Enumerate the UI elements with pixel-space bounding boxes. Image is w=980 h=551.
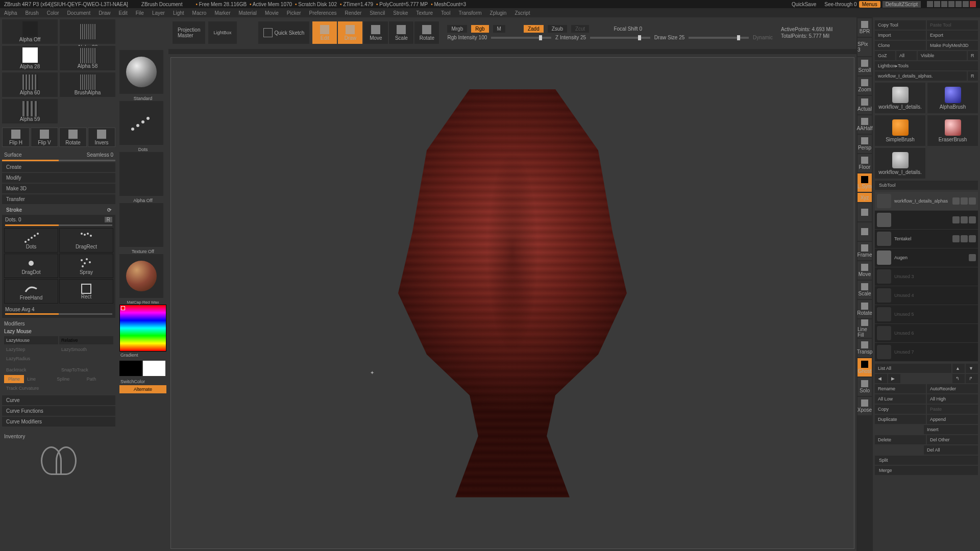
floor-button[interactable]: Floor <box>857 154 872 172</box>
menu-item[interactable]: Marker <box>214 10 230 16</box>
menu-item[interactable]: Edit <box>119 10 128 16</box>
modify-button[interactable]: Modify <box>2 173 115 183</box>
menu-item[interactable]: Preferences <box>309 10 337 16</box>
alpha-slot[interactable]: Alpha Off <box>2 19 58 44</box>
texture-thumb[interactable] <box>119 203 163 247</box>
mouseavg-bar[interactable] <box>5 313 112 315</box>
menu-item[interactable]: Picker <box>287 10 301 16</box>
curve-functions[interactable]: Curve Functions <box>2 406 115 416</box>
draw-size-slider[interactable] <box>689 37 749 39</box>
spix-button[interactable]: SPix 3 <box>857 38 872 56</box>
nav-button[interactable] <box>857 222 872 241</box>
persp-button[interactable]: Persp <box>857 135 872 153</box>
alpha-thumb[interactable] <box>119 152 163 196</box>
menu-item[interactable]: Brush <box>26 10 39 16</box>
subtool-header[interactable]: SubTool <box>875 181 978 190</box>
switchcolor-button[interactable]: SwitchColor <box>119 378 166 385</box>
rotate-mode-button[interactable]: Rotate <box>414 21 439 44</box>
tool-item[interactable]: SimpleBrush <box>875 115 925 146</box>
menu-item[interactable]: Zplugin <box>490 10 507 16</box>
down-icon[interactable]: ▼ <box>966 364 978 373</box>
delother-button[interactable]: Del Other <box>927 435 978 444</box>
visible-button[interactable]: Visible <box>918 51 967 60</box>
subtool-item[interactable]: Unused 7 <box>875 343 978 362</box>
dots-slider[interactable] <box>5 224 112 226</box>
defaultzscript[interactable]: DefaultZScript <box>883 1 921 8</box>
swatch-black[interactable] <box>119 361 142 376</box>
path-mode[interactable]: Path <box>85 375 113 383</box>
subtool-item[interactable]: Augen <box>875 248 978 267</box>
allhigh-button[interactable]: All High <box>927 394 978 404</box>
r-toggle[interactable]: R <box>105 217 112 222</box>
actual-button[interactable]: Actual <box>857 96 872 114</box>
rgb-button[interactable]: Rgb <box>471 25 488 33</box>
stroke-freehand[interactable]: FreeHand <box>4 279 58 304</box>
line-mode[interactable]: Line <box>25 375 54 383</box>
insert-button[interactable]: Insert <box>924 425 978 434</box>
alpha-slot[interactable]: Alpha 28 <box>2 46 58 70</box>
alpha-slot[interactable]: BrushAlpha <box>60 72 115 97</box>
menu-item[interactable]: Render <box>345 10 362 16</box>
close-icon[interactable] <box>970 1 976 7</box>
m-button[interactable]: M <box>493 25 505 33</box>
scale-button[interactable]: Scale <box>389 21 413 44</box>
stroke-dots[interactable]: Dots <box>4 228 58 253</box>
append-button[interactable]: Append <box>927 415 978 424</box>
vis-icon[interactable] <box>969 197 976 205</box>
win-icon[interactable] <box>934 1 940 7</box>
stroke-dragrect[interactable]: DragRect <box>59 228 113 253</box>
menu-item[interactable]: Color <box>47 10 59 16</box>
modifiers-header[interactable]: Modifiers <box>4 320 113 328</box>
menu-item[interactable]: Transform <box>458 10 481 16</box>
subtool-item[interactable]: Tentakel <box>875 230 978 248</box>
menu-item[interactable]: Zscript <box>514 10 530 16</box>
alpha-slot[interactable]: Alpha 28 <box>60 19 115 44</box>
copy-button[interactable]: Copy <box>875 405 926 414</box>
mrgb-button[interactable]: Mrgb <box>447 25 467 33</box>
split-section[interactable]: Split <box>875 456 978 465</box>
swatch-white[interactable] <box>143 361 165 376</box>
alternate-button[interactable]: Alternate <box>119 385 166 393</box>
autoreorder-button[interactable]: AutoReorder <box>927 384 978 393</box>
xyz-button[interactable]: Xyz <box>857 193 872 202</box>
brush-thumb[interactable] <box>119 50 163 94</box>
linefill-button[interactable]: Line Fill <box>857 319 872 338</box>
bpr-button[interactable]: BPR <box>857 18 872 37</box>
tool-item[interactable]: AlphaBrush <box>927 83 978 113</box>
focal-shift-slider[interactable]: Focal Shift 0 <box>614 26 642 32</box>
menu-item[interactable]: Draw <box>99 10 110 16</box>
copytool-button[interactable]: Copy Tool <box>875 20 926 30</box>
stroke-header[interactable]: Stroke <box>6 207 22 213</box>
curve-section[interactable]: Curve <box>2 395 115 405</box>
window-icons[interactable] <box>927 1 976 7</box>
makepoly-button[interactable]: Make PolyMesh3D <box>927 41 978 50</box>
seamless-slider[interactable]: Seamless 0 <box>87 152 113 158</box>
move-button[interactable]: Move <box>363 21 388 44</box>
maximize-icon[interactable] <box>963 1 969 7</box>
scroll-button[interactable]: Scroll <box>857 57 872 76</box>
paste-button[interactable]: Paste <box>927 405 978 414</box>
brush-icon[interactable] <box>961 197 968 205</box>
stroke-spray[interactable]: Spray <box>59 254 113 278</box>
stroke-dragdot[interactable]: DragDot <box>4 254 58 278</box>
invert-button[interactable]: Invers <box>88 128 115 147</box>
pastetool-button[interactable]: Paste Tool <box>927 20 978 30</box>
nav-icon[interactable]: ▶ <box>888 374 900 383</box>
seethrough[interactable]: See-through 0 <box>824 2 856 7</box>
menu-item[interactable]: Stencil <box>370 10 385 16</box>
lsym-button[interactable]: L.Sym <box>857 173 872 192</box>
alpha-slot[interactable]: Alpha 60 <box>2 72 58 97</box>
tool-item[interactable]: EraserBrush <box>927 115 978 146</box>
zadd-button[interactable]: Zadd <box>524 25 544 33</box>
plane-mode[interactable]: Plane <box>4 375 24 383</box>
relative-button[interactable]: Relative <box>59 336 113 344</box>
rotate-nav-button[interactable]: Rotate <box>857 300 872 318</box>
draw-button[interactable]: Draw <box>338 21 362 44</box>
zcut-button[interactable]: Zcut <box>571 25 589 33</box>
duplicate-button[interactable]: Duplicate <box>875 415 926 424</box>
eye-icon[interactable] <box>952 216 960 223</box>
tool-item[interactable]: workflow_I_details. <box>875 83 925 113</box>
ruler-top[interactable] <box>168 49 856 54</box>
scale-nav-button[interactable]: Scale <box>857 281 872 299</box>
transfer-button[interactable]: Transfer <box>2 194 115 204</box>
